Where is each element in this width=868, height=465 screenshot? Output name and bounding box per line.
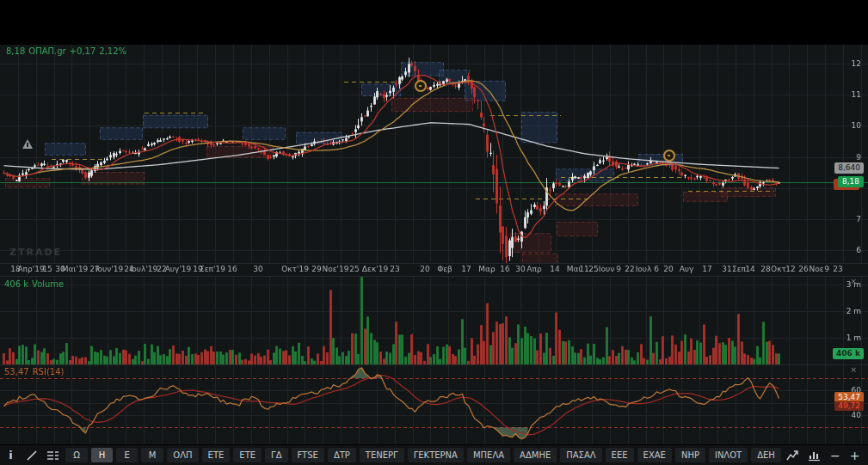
symbol-button-12[interactable]: ΕΧΑΕ	[637, 448, 672, 462]
bottom-toolbar: i ΩΗΕΜ ΟΛΠΕΤΕΕΤΕΓΔFTSEΔΤΡΤΕΝΕΡΓΓΕΚΤΕΡΝΑΜ…	[0, 444, 868, 465]
indicator-list-icon[interactable]	[42, 447, 64, 464]
date-tick-label: 26	[798, 265, 808, 273]
volume-histogram-icon[interactable]	[804, 447, 826, 464]
zoom-out-button[interactable]: −	[825, 449, 845, 462]
trading-app: 8,18ΟΠΑΠ.gr+0,172,12% ZTRADE 121110976 8…	[0, 0, 868, 465]
price-tick-label: 12	[852, 59, 861, 68]
price-tick-label: 9	[856, 153, 861, 162]
symbol-button-3[interactable]: ΓΔ	[265, 448, 287, 462]
price-tick-label: 10	[852, 121, 861, 130]
rsi-close-icon[interactable]: ×	[850, 365, 857, 374]
volume-badge: 406 k	[833, 348, 864, 359]
quote-price: 8,18	[6, 46, 25, 56]
date-tick-label: Ιουν	[599, 265, 614, 273]
price-tick-label: 11	[852, 90, 861, 99]
symbol-button-4[interactable]: FTSE	[292, 448, 324, 462]
rsi-badge: 53,47 49,72	[834, 392, 864, 411]
date-tick-label: Αυγ'19	[165, 265, 192, 273]
volume-tick-label: 1 m	[846, 333, 861, 342]
draw-tool-icon[interactable]	[22, 447, 43, 464]
date-tick-label: Νοε	[809, 265, 823, 273]
symbol-button-1[interactable]: ΕΤΕ	[202, 448, 231, 462]
date-tick-label: 22	[625, 265, 634, 273]
date-tick-label: 6	[654, 265, 659, 273]
date-tick-label: 16	[500, 265, 509, 273]
chart-style-icon[interactable]	[783, 447, 804, 464]
date-tick-label: 31	[722, 265, 731, 273]
date-tick-label: Ιουλ	[636, 265, 652, 273]
symbol-button-5[interactable]: ΔΤΡ	[328, 448, 356, 462]
date-tick-label: Μαρ	[478, 265, 495, 273]
volume-pane-label: 406 kVolume	[4, 279, 67, 289]
info-icon[interactable]: i	[0, 447, 22, 464]
date-tick-label: 17	[702, 265, 711, 273]
rsi-pane-label: 53,47RSI(14)	[4, 367, 67, 376]
timeframe-button-2[interactable]: Ε	[116, 448, 137, 462]
date-axis[interactable]: 18Απρ'191530Μαι'1927Ιουν'1924Ιουλ'1922Αυ…	[0, 264, 868, 276]
price-tick-label: 6	[856, 246, 861, 254]
date-tick-label: Σεπ	[732, 265, 746, 273]
date-tick-label: Σεπ'19	[200, 265, 225, 273]
symbol-button-11[interactable]: ΕΕΕ	[606, 448, 634, 462]
date-tick-label: Αυγ	[680, 265, 694, 273]
ma-value-badge[interactable]: 8,640	[834, 162, 864, 174]
date-tick-label: Οκτ'19	[281, 265, 309, 273]
chart-canvas[interactable]	[0, 0, 868, 465]
date-tick-label: Οκτ	[771, 265, 786, 273]
quote-label: 8,18ΟΠΑΠ.gr+0,172,12%	[6, 46, 130, 56]
symbol-button-13[interactable]: ΝΗΡ	[675, 448, 705, 462]
date-tick-label: 15	[42, 265, 52, 273]
timeframe-button-0[interactable]: Ω	[65, 448, 88, 462]
date-tick-label: 30	[253, 265, 262, 273]
timeframe-button-3[interactable]: Μ	[141, 448, 164, 462]
date-tick-label: Ιουλ'19	[130, 265, 158, 273]
rsi-tick-label: 40	[852, 411, 861, 419]
date-tick-label: 11	[579, 265, 588, 273]
symbol-button-0[interactable]: ΟΛΠ	[167, 448, 198, 462]
last-price-badge-wrap: 8,18	[838, 176, 864, 187]
symbol-button-7[interactable]: ΓΕΚΤΕΡΝΑ	[408, 448, 464, 462]
quote-change: +0,17	[70, 46, 96, 56]
date-tick-label: 25	[349, 265, 359, 273]
volume-name: Volume	[32, 279, 64, 289]
symbol-button-8[interactable]: ΜΠΕΛΑ	[467, 448, 510, 462]
date-tick-label: 23	[833, 265, 842, 273]
date-tick-label: 9	[616, 265, 621, 273]
date-tick-label: 9	[824, 265, 829, 273]
date-tick-label: Ιουν'19	[95, 265, 123, 273]
symbol-button-10[interactable]: ΠΑΣΑΛ	[560, 448, 601, 462]
date-tick-label: Μαι'19	[62, 265, 89, 273]
rsi-name: RSI(14)	[33, 367, 65, 376]
rsi-value: 53,47	[4, 367, 29, 376]
date-tick-label: Φεβ	[437, 265, 452, 273]
date-tick-label: Νοε'19	[322, 265, 348, 273]
zoom-in-button[interactable]: +	[845, 449, 865, 462]
date-tick-label: Απρ'19	[17, 265, 44, 273]
date-tick-label: 16	[227, 265, 237, 273]
date-tick-label: 25	[588, 265, 598, 273]
date-tick-label: 28	[760, 265, 770, 273]
symbol-button-9[interactable]: ΑΔΜΗΕ	[514, 448, 557, 462]
date-tick-label: 14	[550, 265, 559, 273]
rsi-badge-value: 53,47	[834, 392, 864, 401]
date-tick-label: 20	[420, 265, 429, 273]
symbol-button-2[interactable]: ΕΤΕ	[233, 448, 262, 462]
date-tick-label: 29	[311, 265, 321, 273]
symbol-button-15[interactable]: ΔΕΗ	[751, 448, 781, 462]
date-tick-label: 23	[390, 265, 399, 273]
symbol-button-6[interactable]: ΤΕΝΕΡΓ	[360, 448, 404, 462]
volume-tick-label: 2 m	[846, 307, 861, 315]
timeframe-button-1[interactable]: Η	[91, 448, 114, 462]
volume-close-icon[interactable]: ×	[850, 277, 857, 285]
date-tick-label: 14	[745, 265, 754, 273]
quote-change-pct: 2,12%	[99, 46, 126, 56]
symbol-button-14[interactable]: ΙΝΛΟΤ	[709, 448, 748, 462]
date-tick-label: 12	[785, 265, 795, 273]
volume-value: 406 k	[4, 279, 28, 289]
last-price-badge: 8,18	[838, 176, 864, 187]
date-tick-label: Απρ	[526, 265, 541, 273]
ztrade-watermark: ZTRADE	[9, 247, 62, 258]
quote-symbol: ΟΠΑΠ.gr	[28, 46, 65, 56]
date-tick-label: 30	[515, 265, 525, 273]
date-tick-label: Δεκ'19	[362, 265, 388, 273]
